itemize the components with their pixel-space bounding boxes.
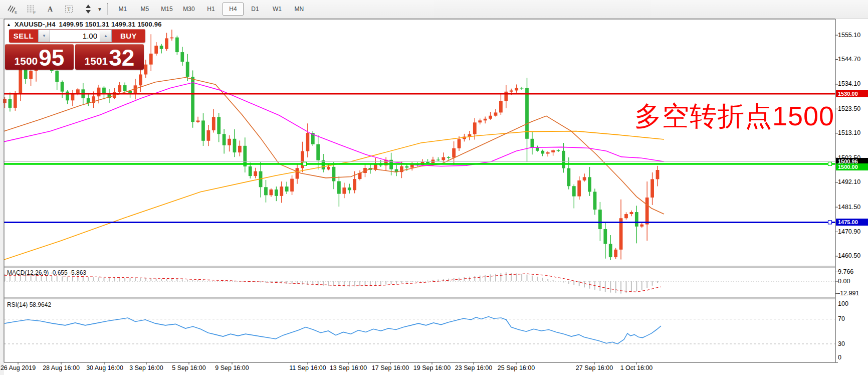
timeframe-button-MN[interactable]: MN [289,3,310,16]
candle-body [123,85,127,91]
svg-text:T: T [67,6,71,12]
candle-body [270,190,273,195]
chart-title-ohlc: 1499.95 1501.31 1499.31 1500.96 [59,21,162,28]
timeframe-button-M30[interactable]: M30 [178,3,199,16]
hline-handle[interactable] [828,162,832,165]
svg-text:F: F [34,11,36,15]
candle-body [170,38,174,39]
candle-body [342,188,346,194]
macd-histogram [5,272,658,293]
candle-body [201,120,205,140]
bid-price-pips: 95 [39,47,64,69]
candle-body [223,134,226,145]
candle-body [160,46,163,49]
rsi-label: RSI(14) 58.9642 [7,301,51,308]
chart-annotation-text[interactable]: 多空转折点1500 [634,98,834,135]
candle-body [473,122,477,134]
volume-decrease-button[interactable]: ▼ [38,30,50,42]
candle-body [196,120,200,122]
candle-body [144,65,147,75]
timeframe-button-D1[interactable]: D1 [245,3,266,16]
candle-body [149,54,153,65]
candle-body [238,146,242,152]
candle-body [593,192,597,210]
buy-button[interactable]: BUY [112,29,145,43]
volume-input[interactable]: 1.00 [50,30,100,42]
candle-body [598,210,602,229]
candle-body [583,177,586,180]
grid-icon[interactable]: F [23,2,39,16]
candle-body [624,214,628,218]
candle-body [551,150,555,152]
timeframe-button-M5[interactable]: M5 [134,3,155,16]
candle-body [478,120,482,122]
candle-body [217,117,221,134]
candle-body [504,92,508,101]
ask-price-panel[interactable]: 1501 32 [75,44,144,70]
chart-title: ▲ XAUUSD-,H4 1499.95 1501.31 1499.31 150… [7,21,162,28]
candle-body [9,99,12,108]
candle-body [316,144,320,160]
sell-button[interactable]: SELL [9,29,38,43]
candle-body [3,99,7,103]
hline-handle[interactable] [303,162,307,165]
candle-body [588,177,591,192]
ask-price-pips: 32 [109,47,134,69]
volume-increase-button[interactable]: ▲ [100,30,112,42]
candle-body [24,69,28,79]
macd-signal-line[interactable] [5,274,661,292]
candle-body [567,168,570,186]
timeframe-button-M1[interactable]: M1 [112,3,133,16]
bid-price-integer: 1500 [15,54,38,69]
moving-average-orange[interactable] [4,131,664,260]
text-label-icon[interactable]: A [42,2,58,16]
candle-body [546,152,550,154]
svg-text:E: E [15,10,17,15]
candle-body [353,179,356,190]
candle-body [139,75,142,86]
candle-body [165,38,168,49]
candle-body [557,150,560,151]
chart-styles-icon[interactable]: E [4,2,20,16]
text-box-icon[interactable]: T [61,2,77,16]
candle-body [191,77,194,122]
toolbar: E FA T ▼ M1M5M15M30H1H4D1W1MN [0,0,868,19]
timeframe-button-M15[interactable]: M15 [156,3,177,16]
rsi-line[interactable] [5,317,661,344]
arrow-styles-icon[interactable] [80,2,96,16]
chart-title-symbol: XAUUSD-,H4 [15,21,55,28]
candle-body [154,46,158,54]
candle-body [541,151,544,154]
arrow-styles-dropdown-caret[interactable]: ▼ [97,7,102,12]
moving-average-chocolate[interactable] [4,77,664,214]
candle-body [254,171,257,176]
hline-handle[interactable] [828,221,832,224]
candle-body [603,229,607,244]
candle-body [228,139,231,145]
candle-body [489,116,492,119]
timeframe-button-H4[interactable]: H4 [223,3,244,16]
timeframe-button-H1[interactable]: H1 [200,3,222,16]
toolbar-icon-group: E FA T ▼ [0,2,102,16]
collapse-marker-icon[interactable]: ▲ [7,22,11,27]
candle-body [29,71,33,79]
candle-body [275,190,278,196]
candle-body [562,151,565,168]
candle-body [337,181,341,194]
candle-body [285,186,289,192]
bid-price-panel[interactable]: 1500 95 [5,44,74,70]
timeframe-button-W1[interactable]: W1 [267,3,288,16]
candle-body [280,186,283,196]
candle-body [536,147,539,150]
candle-body [97,88,101,97]
candle-body [180,52,184,62]
trade-controls-row: SELL ▼ 1.00 ▲ BUY [9,29,145,43]
macd-label: MACD(12,26,9) -0.655 -5.863 [7,269,86,276]
candle-body [614,250,617,257]
candle-body [431,159,435,163]
candle-body [405,166,408,168]
candle-body [71,94,75,100]
candle-body [645,198,649,225]
candle-body [452,148,456,158]
candle-body [66,92,69,101]
